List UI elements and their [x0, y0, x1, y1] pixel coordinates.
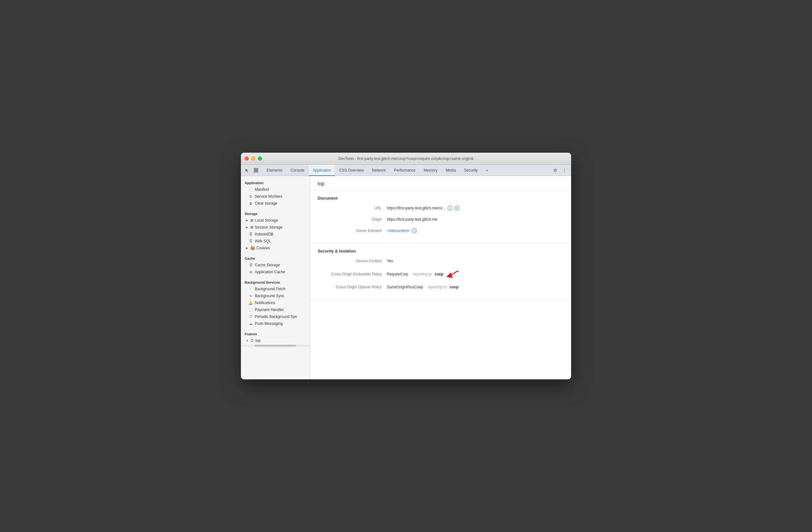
payment-handler-icon: ⬚	[248, 308, 253, 312]
arrow-right-icon-3: ▶	[246, 247, 249, 250]
sidebar-section-cache: Cache	[241, 254, 310, 262]
coep-reporting-value: coep	[435, 272, 444, 276]
titlebar: DevTools - first-party-test.glitch.me/co…	[241, 153, 571, 165]
sidebar-item-top-frame[interactable]: ▼ 🗋 top	[241, 337, 310, 344]
coop-policy-value: SameOriginPlusCoep	[387, 285, 423, 289]
window-title: DevTools - first-party-test.glitch.me/co…	[338, 156, 474, 161]
coep-value: RequireCorp reporting to: coep	[387, 268, 460, 280]
session-storage-icon: ⊞	[250, 225, 253, 229]
sidebar: Application 📄 Manifest ⚙ Service Workers…	[241, 176, 310, 379]
tab-right-icons: ⚙ ⋮	[551, 166, 569, 174]
sidebar-item-push-messaging[interactable]: ☁ Push Messaging	[241, 320, 310, 327]
coep-policy-value: RequireCorp	[387, 272, 408, 276]
more-options-icon-button[interactable]: ⋮	[561, 166, 569, 174]
periodic-background-sync-icon: ⏱	[248, 315, 253, 319]
secure-context-value: Yes	[387, 259, 393, 263]
tab-more[interactable]: »	[482, 165, 492, 176]
inspect-icon-button[interactable]	[252, 167, 260, 174]
sidebar-item-periodic-background-sync[interactable]: ⏱ Periodic Background Syn	[241, 313, 310, 320]
sidebar-scrollbar[interactable]	[241, 345, 310, 347]
sidebar-item-indexeddb[interactable]: 🗄 IndexedDB	[241, 231, 310, 238]
cache-storage-icon: 🗄	[248, 263, 253, 267]
push-messaging-icon: ☁	[248, 322, 253, 326]
arrow-down-icon: ▼	[246, 339, 249, 342]
owner-element-link[interactable]: <#document>	[387, 228, 410, 233]
svg-rect-1	[256, 168, 258, 170]
origin-label: Origin	[318, 217, 387, 222]
sidebar-section-storage: Storage	[241, 209, 310, 217]
document-section: Document URL https://first-party-test.gl…	[310, 191, 571, 244]
tab-application[interactable]: Application	[309, 165, 335, 176]
sidebar-item-service-workers[interactable]: ⚙ Service Workers	[241, 193, 310, 200]
origin-text: https://first-party-test.glitch.me	[387, 217, 437, 222]
tab-performance[interactable]: Performance	[390, 165, 420, 176]
origin-value: https://first-party-test.glitch.me	[387, 217, 437, 222]
devtools-window: DevTools - first-party-test.glitch.me/co…	[241, 153, 571, 379]
secure-context-label: Secure Context	[318, 259, 387, 263]
origin-field-row: Origin https://first-party-test.glitch.m…	[318, 215, 564, 223]
secure-context-field-row: Secure Context Yes	[318, 257, 564, 265]
tab-network[interactable]: Network	[368, 165, 390, 176]
secure-context-text: Yes	[387, 259, 393, 263]
tab-console[interactable]: Console	[287, 165, 308, 176]
background-sync-icon: ↻	[248, 294, 253, 298]
indexeddb-icon: 🗄	[248, 232, 253, 236]
service-workers-icon: ⚙	[248, 195, 253, 199]
sidebar-item-background-sync[interactable]: ↻ Background Sync	[241, 292, 310, 299]
sidebar-item-session-storage[interactable]: ▶ ⊞ Session Storage	[241, 224, 310, 231]
url-inspect-icon[interactable]: ⊙	[448, 206, 452, 211]
security-section: Security & Isolation Secure Context Yes …	[310, 244, 571, 300]
owner-element-label: Owner Element	[318, 228, 387, 233]
owner-element-field-row: Owner Element <#document> ⓘ	[318, 227, 564, 235]
sidebar-item-cookies[interactable]: ▶ 🍪 Cookies	[241, 244, 310, 252]
settings-icon-button[interactable]: ⚙	[551, 166, 559, 174]
arrow-right-icon-2: ▶	[246, 226, 249, 229]
cookies-icon: 🍪	[250, 246, 255, 250]
cursor-icon	[245, 168, 249, 172]
coop-reporting-value: coop	[449, 285, 459, 289]
owner-element-value: <#document> ⓘ	[387, 228, 417, 233]
coep-reporting-label: reporting to:	[412, 272, 433, 276]
tab-memory[interactable]: Memory	[420, 165, 441, 176]
tab-media[interactable]: Media	[442, 165, 460, 176]
coop-value: SameOriginPlusCoep reporting to: coop	[387, 285, 459, 289]
sidebar-item-clear-storage[interactable]: 🗑 Clear storage	[241, 200, 310, 207]
frame-icon: 🗋	[250, 338, 254, 343]
sidebar-scrollbar-thumb	[255, 345, 296, 347]
security-section-title: Security & Isolation	[318, 249, 564, 253]
url-refresh-icon[interactable]: ⟳	[454, 206, 460, 211]
local-storage-icon: ⊞	[250, 218, 253, 223]
svg-rect-0	[254, 168, 256, 170]
manifest-icon: 📄	[248, 187, 253, 192]
content-panel: top Document URL https://first-party-tes…	[310, 176, 571, 379]
inspect-icon	[254, 168, 258, 172]
sidebar-item-cache-storage[interactable]: 🗄 Cache Storage	[241, 262, 310, 268]
owner-element-info-icon[interactable]: ⓘ	[412, 228, 417, 233]
svg-rect-3	[256, 171, 258, 172]
tab-security[interactable]: Security	[460, 165, 481, 176]
url-value: https://first-party-test.glitch.me/co...…	[387, 206, 460, 211]
traffic-lights	[245, 156, 262, 160]
sidebar-item-local-storage[interactable]: ▶ ⊞ Local Storage	[241, 217, 310, 224]
sidebar-item-background-fetch[interactable]: ↕ Background Fetch	[241, 285, 310, 292]
main-content: Application 📄 Manifest ⚙ Service Workers…	[241, 176, 571, 379]
close-button[interactable]	[245, 156, 249, 160]
sidebar-item-websql[interactable]: 🗄 Web SQL	[241, 238, 310, 244]
sidebar-item-application-cache[interactable]: ⊞ Application Cache	[241, 268, 310, 276]
red-arrow-svg	[447, 268, 460, 279]
sidebar-section-application: Application	[241, 179, 310, 186]
coop-reporting-label: reporting to:	[427, 285, 448, 289]
tab-css-overview[interactable]: CSS Overview	[336, 165, 368, 176]
maximize-button[interactable]	[258, 156, 262, 160]
sidebar-section-frames: Frames	[241, 330, 310, 337]
minimize-button[interactable]	[251, 156, 255, 160]
url-field-row: URL https://first-party-test.glitch.me/c…	[318, 204, 564, 212]
svg-rect-2	[254, 171, 256, 172]
tab-elements[interactable]: Elements	[263, 165, 286, 176]
websql-icon: 🗄	[248, 239, 253, 243]
sidebar-item-notifications[interactable]: 🔔 Notifications	[241, 299, 310, 306]
sidebar-item-manifest[interactable]: 📄 Manifest	[241, 186, 310, 193]
sidebar-item-payment-handler[interactable]: ⬚ Payment Handler	[241, 306, 310, 313]
url-label: URL	[318, 206, 387, 210]
cursor-icon-button[interactable]	[243, 167, 251, 174]
